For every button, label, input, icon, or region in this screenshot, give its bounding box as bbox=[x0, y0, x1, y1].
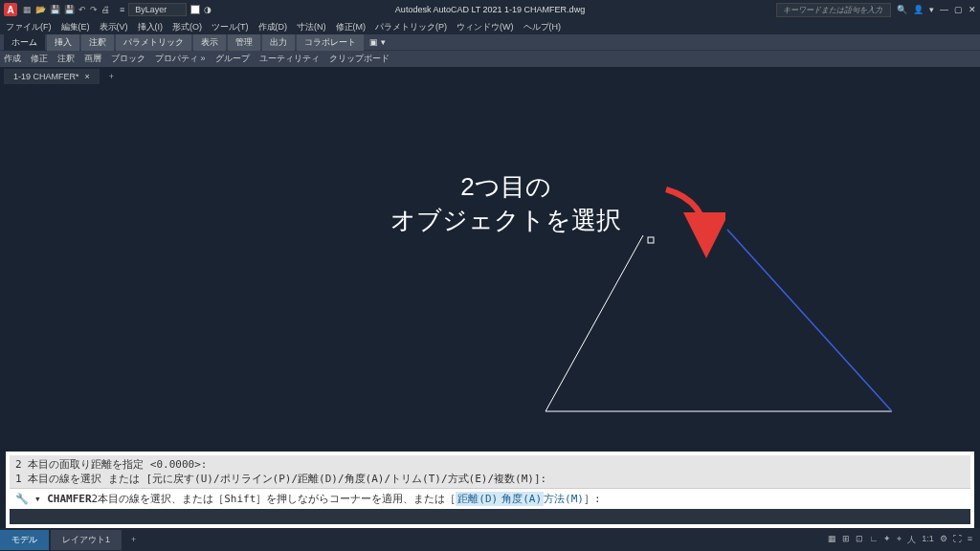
signin-icon[interactable]: 👤 bbox=[913, 5, 924, 14]
plot-icon[interactable]: 🖨 bbox=[101, 5, 110, 14]
panel-properties: プロパティ » bbox=[155, 53, 206, 65]
menu-edit[interactable]: 編集(E) bbox=[61, 21, 90, 33]
status-model-icon[interactable]: ▦ bbox=[828, 534, 836, 546]
command-history: ⠿ ✕ 2 本目の面取り距離を指定 <0.0000>: 1 本目の線を選択 また… bbox=[10, 455, 970, 488]
command-window[interactable]: ⠿ ✕ 2 本目の面取り距離を指定 <0.0000>: 1 本目の線を選択 また… bbox=[6, 452, 974, 528]
tab-insert[interactable]: 挿入 bbox=[47, 34, 79, 51]
drawing-canvas[interactable]: 2つ目の オブジェクトを選択 bbox=[0, 86, 980, 440]
prompt-caret-icon: ▾ bbox=[34, 493, 41, 505]
window-title: Autodesk AutoCAD LT 2021 1-19 CHAMFER.dw… bbox=[395, 5, 585, 14]
redo-icon[interactable]: ↷ bbox=[90, 5, 98, 14]
help-icon[interactable]: ▾ bbox=[929, 5, 934, 14]
title-bar: A ▦ 📂 💾 💾 ↶ ↷ 🖨 ≡ ByLayer ◑ Autodesk Aut… bbox=[0, 0, 980, 19]
status-polar-icon[interactable]: ✦ bbox=[883, 534, 891, 546]
tab-annotate[interactable]: 注釈 bbox=[81, 34, 114, 51]
annotation-line2: オブジェクトを選択 bbox=[390, 204, 621, 237]
layer-dropdown[interactable]: ByLayer bbox=[128, 3, 187, 16]
menu-tools[interactable]: ツール(T) bbox=[212, 21, 249, 33]
menu-dimension[interactable]: 寸法(N) bbox=[297, 21, 326, 33]
line-second-object[interactable] bbox=[727, 230, 892, 411]
menu-parametric[interactable]: パラメトリック(P) bbox=[375, 21, 447, 33]
undo-icon[interactable]: ↶ bbox=[78, 5, 86, 14]
command-close-icon[interactable]: ✕ bbox=[0, 465, 1, 477]
search-input[interactable]: キーワードまたは語句を入力 bbox=[776, 3, 891, 17]
command-num: 2 bbox=[92, 493, 99, 505]
history-line-1: 2 本目の面取り距離を指定 <0.0000>: bbox=[15, 457, 965, 472]
save-icon[interactable]: 💾 bbox=[50, 5, 60, 14]
menu-format[interactable]: 形式(O) bbox=[172, 21, 202, 33]
quick-access-toolbar[interactable]: ▦ 📂 💾 💾 ↶ ↷ 🖨 bbox=[23, 5, 110, 14]
status-osnap-icon[interactable]: ⌖ bbox=[897, 534, 902, 546]
search-icon[interactable]: 🔍 bbox=[897, 5, 907, 14]
panel-draw: 作成 bbox=[4, 53, 21, 65]
file-tabs[interactable]: 1-19 CHAMFER* × + bbox=[0, 67, 980, 86]
panel-layer: 画層 bbox=[84, 53, 101, 65]
file-tab-active[interactable]: 1-19 CHAMFER* × bbox=[4, 69, 100, 84]
ribbon-tabs[interactable]: ホーム 挿入 注釈 パラメトリック 表示 管理 出力 コラボレート ▣ ▾ bbox=[0, 34, 980, 50]
menu-insert[interactable]: 挿入(I) bbox=[138, 21, 164, 33]
annotation-arrow-icon bbox=[658, 182, 725, 258]
pickbox-cursor bbox=[648, 237, 654, 243]
status-snap-icon[interactable]: ⊡ bbox=[856, 534, 863, 546]
status-tab-model[interactable]: モデル bbox=[0, 530, 49, 550]
tab-collaborate[interactable]: コラボレート bbox=[297, 34, 364, 51]
option-distance[interactable]: 距離(D) bbox=[456, 492, 500, 506]
layer-control[interactable]: ≡ ByLayer ◑ bbox=[120, 3, 212, 16]
menu-window[interactable]: ウィンドウ(W) bbox=[457, 21, 514, 33]
file-tab-add[interactable]: + bbox=[103, 70, 120, 83]
ribbon-expand-icon[interactable]: ▣ ▾ bbox=[369, 37, 386, 47]
status-gear-icon[interactable]: ⚙ bbox=[940, 534, 947, 546]
tab-parametric[interactable]: パラメトリック bbox=[116, 34, 191, 51]
status-grid-icon[interactable]: ⊞ bbox=[842, 534, 850, 546]
minimize-icon[interactable]: — bbox=[940, 5, 948, 14]
ribbon-panel-labels: 作成 修正 注釈 画層 ブロック プロパティ » グループ ユーティリティ クリ… bbox=[0, 50, 980, 67]
customize-icon[interactable]: 🔧 bbox=[15, 493, 29, 505]
tab-view[interactable]: 表示 bbox=[193, 34, 226, 51]
line-first-object[interactable] bbox=[546, 235, 643, 411]
drawing-geometry bbox=[0, 86, 980, 440]
status-scale-icon[interactable]: 1:1 bbox=[922, 534, 934, 546]
status-ortho-icon[interactable]: ∟ bbox=[869, 534, 878, 546]
menu-help[interactable]: ヘルプ(H) bbox=[523, 21, 562, 33]
saveas-icon[interactable]: 💾 bbox=[64, 5, 75, 14]
command-prompt-text-a: 本目の線を選択、または［Shift］を押しながらコーナーを適用、または［ bbox=[98, 492, 456, 506]
option-method[interactable]: 方法(M) bbox=[544, 492, 584, 506]
panel-modify: 修正 bbox=[31, 53, 48, 65]
status-tab-add[interactable]: + bbox=[123, 531, 144, 548]
menu-modify[interactable]: 修正(M) bbox=[336, 21, 367, 33]
tab-home[interactable]: ホーム bbox=[4, 34, 45, 51]
linetype-icon: ≡ bbox=[120, 5, 124, 14]
tab-output[interactable]: 出力 bbox=[262, 34, 295, 51]
tab-manage[interactable]: 管理 bbox=[228, 34, 260, 51]
close-icon[interactable]: ✕ bbox=[969, 5, 976, 14]
status-bar[interactable]: モデル レイアウト1 + ▦ ⊞ ⊡ ∟ ✦ ⌖ 人 1:1 ⚙ ⛶ ≡ bbox=[0, 528, 980, 551]
command-prompt-text-b: ］: bbox=[584, 492, 601, 506]
panel-clipboard: クリップボード bbox=[329, 53, 390, 65]
status-fullscreen-icon[interactable]: ⛶ bbox=[953, 534, 962, 546]
option-angle[interactable]: 角度(A) bbox=[500, 492, 544, 506]
menu-file[interactable]: ファイル(F) bbox=[6, 21, 52, 33]
annotation-line1: 2つ目の bbox=[390, 170, 621, 204]
annotation-text: 2つ目の オブジェクトを選択 bbox=[390, 170, 621, 237]
panel-block: ブロック bbox=[111, 53, 145, 65]
command-input-line[interactable]: 🔧 ▾ CHAMFER 2 本目の線を選択、または［Shift］を押しながらコー… bbox=[10, 488, 970, 509]
app-logo: A bbox=[4, 3, 17, 16]
open-icon[interactable]: 📂 bbox=[35, 5, 46, 14]
menu-view[interactable]: 表示(V) bbox=[100, 21, 128, 33]
status-custom-icon[interactable]: ≡ bbox=[968, 534, 972, 546]
file-tab-label: 1-19 CHAMFER* bbox=[13, 72, 79, 81]
panel-annotate: 注釈 bbox=[57, 53, 75, 65]
panel-group: グループ bbox=[215, 53, 250, 65]
status-tab-layout1[interactable]: レイアウト1 bbox=[51, 530, 122, 550]
maximize-icon[interactable]: ▢ bbox=[954, 5, 963, 14]
status-right-icons[interactable]: ▦ ⊞ ⊡ ∟ ✦ ⌖ 人 1:1 ⚙ ⛶ ≡ bbox=[828, 534, 980, 546]
history-line-2: 1 本目の線を選択 または [元に戻す(U)/ポリライン(P)/距離(D)/角度… bbox=[15, 472, 965, 486]
status-anno-icon[interactable]: 人 bbox=[907, 534, 916, 546]
menu-draw[interactable]: 作成(D) bbox=[258, 21, 288, 33]
menu-bar[interactable]: ファイル(F) 編集(E) 表示(V) 挿入(I) 形式(O) ツール(T) 作… bbox=[0, 19, 980, 34]
file-tab-close-icon[interactable]: × bbox=[85, 72, 90, 81]
match-prop-icon[interactable]: ◑ bbox=[204, 5, 212, 14]
new-icon[interactable]: ▦ bbox=[23, 5, 32, 14]
command-name: CHAMFER bbox=[47, 493, 91, 505]
color-swatch[interactable] bbox=[190, 5, 200, 14]
